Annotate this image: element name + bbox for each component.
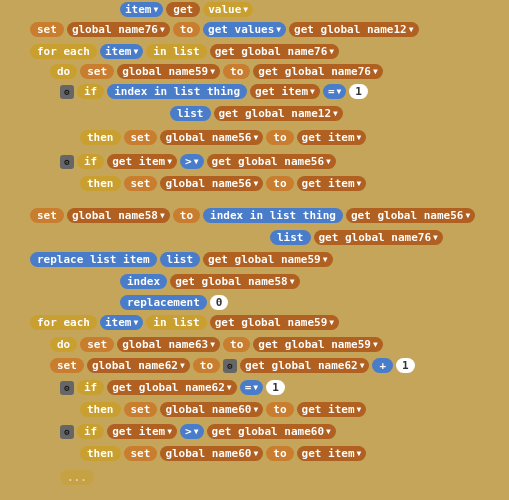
get-item-pill-r8[interactable]: get item [107, 154, 177, 169]
continuation-block: ... [60, 470, 94, 485]
gear-icon-r18[interactable]: ⚙ [60, 381, 74, 395]
get-global-name76-pill-r3[interactable]: get global name76 [210, 44, 339, 59]
foreach-label-r15: for each [30, 315, 97, 330]
get-global-name76-r11[interactable]: get global name76 [314, 230, 443, 245]
to-label-r19: to [266, 402, 293, 417]
then-label-r21: then [80, 446, 121, 461]
to-label-r9: to [266, 176, 293, 191]
set-label-r16: set [80, 337, 114, 352]
foreach-label: for each [30, 44, 97, 59]
item-pill-r3[interactable]: item [100, 44, 143, 59]
to-label-r16: to [223, 337, 250, 352]
val-0-r14: 0 [210, 295, 229, 310]
row-4: do set global name59 to get global name7… [50, 64, 383, 79]
global-name76-pill[interactable]: global name76 [67, 22, 170, 37]
equals-pill-r18[interactable]: = [240, 380, 263, 395]
block-canvas: item get value set global name76 to get … [0, 0, 509, 500]
global-name58-pill[interactable]: global name58 [67, 208, 170, 223]
gear-icon-r20[interactable]: ⚙ [60, 425, 74, 439]
get-global-name12-r6[interactable]: get global name12 [214, 106, 343, 121]
row-13: index get global name58 [120, 274, 300, 289]
get-item-pill-r19[interactable]: get item [297, 402, 367, 417]
row-19: then set global name60 to get item [80, 402, 366, 417]
equals-pill-r5[interactable]: = [323, 84, 346, 99]
if-label-r8: if [77, 154, 104, 169]
row-2: set global name76 to get values get glob… [30, 22, 419, 37]
set-label-r2: set [30, 22, 64, 37]
global-name60-pill-r19[interactable]: global name60 [160, 402, 263, 417]
val-1-r17: 1 [396, 358, 415, 373]
row-8: ⚙ if get item > get global name56 [60, 154, 336, 169]
if-label-r20: if [77, 424, 104, 439]
row-22: ... [60, 470, 94, 485]
get-item-pill-r9[interactable]: get item [297, 176, 367, 191]
gear-icon-r8[interactable]: ⚙ [60, 155, 74, 169]
gt-pill-r20[interactable]: > [180, 424, 203, 439]
do-label-r16: do [50, 337, 77, 352]
replacement-label: replacement [120, 295, 207, 310]
set-label-r21: set [124, 446, 158, 461]
global-name62-pill-r17[interactable]: global name62 [87, 358, 190, 373]
val-1-r18: 1 [266, 380, 285, 395]
row-14: replacement 0 [120, 295, 228, 310]
set-label-r7: set [124, 130, 158, 145]
get-item-pill-r20[interactable]: get item [107, 424, 177, 439]
to-label-r4: to [223, 64, 250, 79]
row-21: then set global name60 to get item [80, 446, 366, 461]
get-global-name62-pill-r17[interactable]: get global name62 [240, 358, 369, 373]
val-1-r5: 1 [349, 84, 368, 99]
get-item-pill-r21[interactable]: get item [297, 446, 367, 461]
global-name56-pill-r7[interactable]: global name56 [160, 130, 263, 145]
then-label-r7: then [80, 130, 121, 145]
get-global-name59-r12[interactable]: get global name59 [203, 252, 332, 267]
value-pill-r1[interactable]: value [203, 2, 253, 17]
gear-icon-r17[interactable]: ⚙ [223, 359, 237, 373]
set-label-r10: set [30, 208, 64, 223]
item-pill-r1[interactable]: item [120, 2, 163, 17]
global-name60-pill-r21[interactable]: global name60 [160, 446, 263, 461]
row-9: then set global name56 to get item [80, 176, 366, 191]
set-label-r19: set [124, 402, 158, 417]
plus-label-r17: + [372, 358, 393, 373]
get-global-name56-r10[interactable]: get global name56 [346, 208, 475, 223]
list-label-r12: list [160, 252, 201, 267]
inlist-label-r15: in list [146, 315, 206, 330]
get-global-name76-pill-r4[interactable]: get global name76 [253, 64, 382, 79]
replace-listitem-label: replace list item [30, 252, 157, 267]
get-global-name59-r16[interactable]: get global name59 [253, 337, 382, 352]
get-global-name58-r13[interactable]: get global name58 [170, 274, 299, 289]
then-label-r9: then [80, 176, 121, 191]
to-label-r17: to [193, 358, 220, 373]
to-label-r7: to [266, 130, 293, 145]
row-10: set global name58 to index in list thing… [30, 208, 475, 223]
get-values-pill[interactable]: get values [203, 22, 286, 37]
global-name56-pill-r9[interactable]: global name56 [160, 176, 263, 191]
global-name63-pill[interactable]: global name63 [117, 337, 220, 352]
get-global-name12-pill-r2[interactable]: get global name12 [289, 22, 418, 37]
row-12: replace list item list get global name59 [30, 252, 333, 267]
row-3: for each item in list get global name76 [30, 44, 339, 59]
global-name59-pill-r4[interactable]: global name59 [117, 64, 220, 79]
to-label-r10: to [173, 208, 200, 223]
row-11: list get global name76 [270, 230, 443, 245]
set-label-r17: set [50, 358, 84, 373]
get-global-name56-r8[interactable]: get global name56 [207, 154, 336, 169]
to-label-r2: to [173, 22, 200, 37]
row-1: item get value [120, 2, 253, 17]
to-label-r21: to [266, 446, 293, 461]
get-global-name62-r18[interactable]: get global name62 [107, 380, 236, 395]
gt-pill-r8[interactable]: > [180, 154, 203, 169]
get-item-pill-r7[interactable]: get item [297, 130, 367, 145]
get-item-pill-r5[interactable]: get item [250, 84, 320, 99]
list-label-r11: list [270, 230, 311, 245]
index-inlist-thing: index in list thing [107, 84, 247, 99]
then-label-r19: then [80, 402, 121, 417]
get-global-name60-r20[interactable]: get global name60 [207, 424, 336, 439]
index-label-r13: index [120, 274, 167, 289]
if-label-r5: if [77, 84, 104, 99]
set-label-r4: set [80, 64, 114, 79]
gear-icon-r5[interactable]: ⚙ [60, 85, 74, 99]
item-pill-r15[interactable]: item [100, 315, 143, 330]
row-6: list get global name12 [170, 106, 343, 121]
get-global-name59-r15[interactable]: get global name59 [210, 315, 339, 330]
